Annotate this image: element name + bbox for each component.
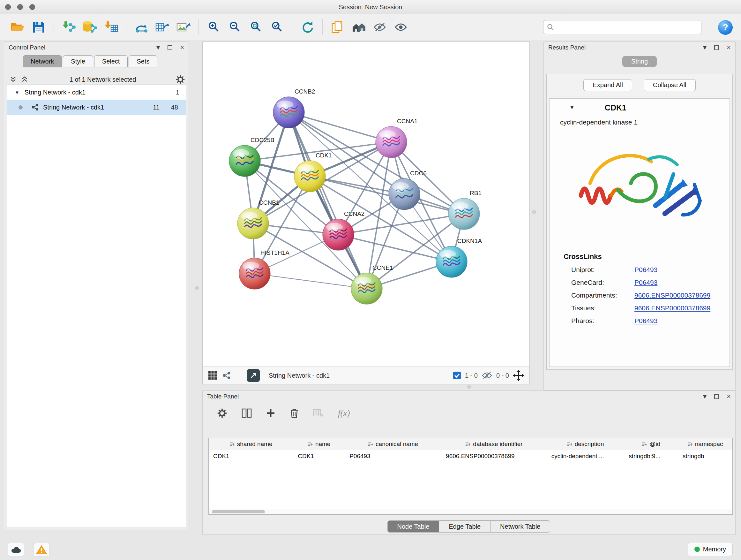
column-header-name[interactable]: name	[293, 438, 345, 450]
splitter-handle[interactable]	[532, 210, 536, 213]
expand-all-icon[interactable]	[21, 76, 28, 83]
column-header-database-identifier[interactable]: database identifier	[441, 438, 547, 450]
network-collection-row[interactable]: ▼ String Network - cdk1 1	[7, 85, 186, 100]
network-node-cdc25b[interactable]: CDC25B	[229, 137, 274, 177]
window-close-button[interactable]	[5, 4, 11, 10]
home-button[interactable]	[350, 17, 367, 37]
column-header--id[interactable]: @id	[624, 438, 678, 450]
panel-float-icon[interactable]	[714, 394, 719, 399]
panel-float-icon[interactable]	[167, 45, 172, 50]
node-count: 11	[145, 104, 159, 111]
help-button[interactable]: ?	[718, 20, 733, 35]
selected-nodes-checkbox-icon[interactable]	[453, 371, 461, 380]
table-cell[interactable]: cyclin-dependent ...	[547, 453, 624, 460]
network-node-rb1[interactable]: RB1	[448, 190, 482, 230]
zoom-in-icon	[207, 21, 220, 34]
zoom-out-button[interactable]	[226, 17, 244, 37]
column-header-namespac[interactable]: namespac	[678, 438, 732, 450]
splitter-handle[interactable]	[195, 287, 199, 290]
copy-style-button[interactable]	[329, 17, 347, 37]
panel-float-icon[interactable]	[714, 45, 719, 50]
scrollbar-thumb[interactable]	[212, 510, 265, 513]
table-cell[interactable]: 9606.ENSP00000378699	[441, 453, 547, 460]
crosslink-link[interactable]: 9606.ENSP00000378699	[634, 304, 711, 312]
edge-count: 48	[159, 104, 178, 111]
export-image-button[interactable]	[175, 17, 192, 37]
table-cell[interactable]: stringdb	[678, 453, 732, 460]
column-header-description[interactable]: description	[547, 438, 624, 450]
panel-menu-icon[interactable]: ▾	[156, 44, 160, 51]
tree-expander-icon[interactable]: ▼	[15, 90, 19, 95]
section-expander-icon[interactable]: ▼	[569, 105, 575, 111]
tab-sets[interactable]: Sets	[129, 55, 157, 67]
network-node-ccnb2[interactable]: CCNB2	[273, 88, 315, 128]
options-gear-icon[interactable]	[175, 74, 185, 84]
delete-column-icon[interactable]	[289, 408, 299, 419]
window-minimize-button[interactable]	[17, 4, 23, 10]
search-input[interactable]	[557, 23, 701, 31]
column-header-canonical-name[interactable]: canonical name	[345, 438, 441, 450]
tab-edge-table[interactable]: Edge Table	[439, 520, 490, 533]
import-network-from-database-button[interactable]	[81, 17, 99, 37]
pan-icon[interactable]	[513, 370, 524, 381]
panel-close-icon[interactable]: ×	[727, 393, 731, 400]
crosslink-link[interactable]: P06493	[634, 266, 657, 273]
search-field[interactable]	[543, 20, 701, 34]
tab-network[interactable]: Network	[23, 55, 62, 67]
panel-menu-icon[interactable]: ▾	[703, 393, 706, 400]
network-node-ccna1[interactable]: CCNA1	[376, 118, 417, 158]
panel-close-icon[interactable]: ×	[180, 44, 184, 51]
refresh-button[interactable]	[298, 17, 316, 37]
table-cell[interactable]: CDK1	[293, 453, 345, 460]
grid-view-icon[interactable]	[208, 371, 217, 380]
crosslink-link[interactable]: P06493	[634, 317, 657, 325]
function-builder-button[interactable]: f(x)	[338, 408, 350, 418]
memory-button[interactable]: Memory	[688, 542, 733, 556]
collapse-all-button[interactable]: Collapse All	[644, 79, 696, 91]
add-column-icon[interactable]	[266, 408, 275, 418]
show-columns-icon[interactable]	[242, 408, 252, 418]
import-network-from-file-button[interactable]	[60, 17, 78, 37]
column-header-shared-name[interactable]: shared name	[209, 438, 293, 450]
fit-content-button[interactable]	[247, 17, 265, 37]
table-cell[interactable]: stringdb:9...	[624, 453, 678, 460]
network-overview-icon[interactable]	[222, 371, 231, 380]
network-row[interactable]: String Network - cdk1 11 48	[7, 100, 186, 115]
fit-selected-button[interactable]	[268, 17, 286, 37]
gene-card-header[interactable]: ▼ CDK1	[549, 99, 730, 117]
table-row[interactable]: CDK1CDK1P064939606.ENSP00000378699cyclin…	[209, 450, 732, 462]
current-network-name: String Network - cdk1	[269, 372, 330, 379]
table-options-gear-icon[interactable]	[217, 408, 227, 419]
expand-all-button[interactable]: Expand All	[583, 79, 632, 91]
network-node-hist1h1a[interactable]: HIST1H1A	[239, 249, 289, 289]
zoom-in-button[interactable]	[205, 17, 223, 37]
panel-menu-icon[interactable]: ▾	[703, 44, 706, 51]
horizontal-scrollbar[interactable]	[209, 509, 732, 514]
tab-string[interactable]: String	[622, 56, 657, 67]
table-cell[interactable]: CDK1	[209, 453, 293, 460]
import-table-from-file-button[interactable]	[102, 17, 120, 37]
new-network-from-selection-button[interactable]	[132, 17, 150, 37]
hidden-elements-icon[interactable]	[482, 371, 492, 380]
crosslink-link[interactable]: P06493	[634, 279, 657, 287]
window-zoom-button[interactable]	[29, 4, 35, 10]
splitter-handle[interactable]	[467, 385, 471, 388]
tab-node-table[interactable]: Node Table	[387, 520, 440, 533]
crosslink-link[interactable]: 9606.ENSP00000378699	[634, 292, 711, 299]
warnings-button[interactable]	[33, 543, 50, 557]
control-panel: Control Panel ▾ × NetworkStyleSelectSets…	[4, 42, 189, 530]
open-session-button[interactable]	[9, 17, 26, 37]
tab-network-table[interactable]: Network Table	[490, 520, 550, 533]
export-table-button[interactable]	[153, 17, 172, 37]
hide-selected-button[interactable]	[371, 17, 389, 37]
cloud-status-button[interactable]	[8, 543, 24, 557]
panel-close-icon[interactable]: ×	[727, 44, 731, 51]
birdseye-toggle-button[interactable]	[247, 369, 260, 382]
tab-select[interactable]: Select	[94, 55, 128, 67]
show-all-button[interactable]	[392, 17, 410, 37]
save-session-button[interactable]	[30, 17, 48, 37]
table-cell[interactable]: P06493	[345, 453, 441, 460]
collapse-all-icon[interactable]	[9, 76, 17, 83]
tab-style[interactable]: Style	[63, 55, 93, 67]
network-canvas[interactable]: CCNB2CCNA1CDC25BCDK1CDC6RB1CCNB1CCNA2CDK…	[203, 42, 529, 367]
